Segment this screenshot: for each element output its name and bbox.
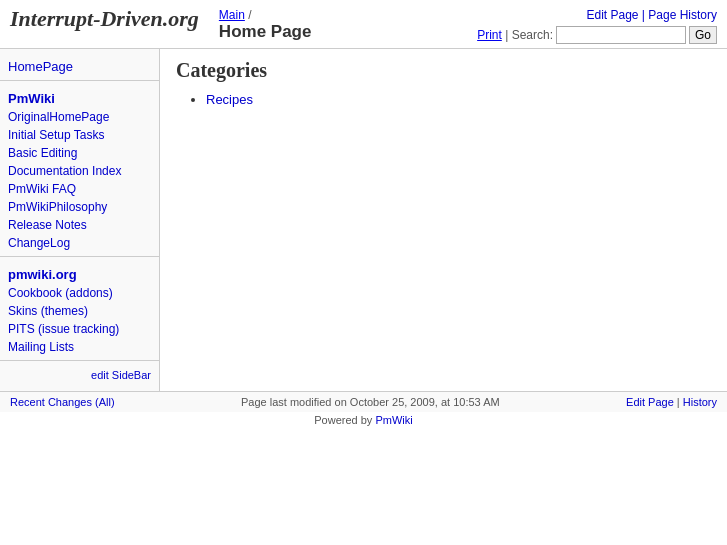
sidebar-edit-link[interactable]: edit SideBar (0, 365, 159, 385)
recent-changes-link[interactable]: Recent Changes (All) (10, 396, 115, 408)
sidebar-link-release-notes[interactable]: Release Notes (0, 216, 159, 234)
sidebar-link-initial-setup[interactable]: Initial Setup Tasks (0, 126, 159, 144)
header-actions: Edit Page | Page History (477, 8, 717, 22)
sidebar-item-pmwiki[interactable]: PmWiki (0, 85, 159, 108)
search-input[interactable] (556, 26, 686, 44)
footer-powered: Powered by PmWiki (0, 412, 727, 428)
sidebar-link-changelog[interactable]: ChangeLog (0, 234, 159, 252)
sidebar-link-pmwikiphilosophy[interactable]: PmWikiPhilosophy (0, 198, 159, 216)
category-link-recipes[interactable]: Recipes (206, 92, 253, 107)
footer-modified: Page last modified on October 25, 2009, … (241, 396, 500, 408)
header-right: Edit Page | Page History Print | Search:… (477, 6, 717, 44)
footer-edit-actions: Edit Page | History (626, 396, 717, 408)
sidebar-link-cookbook[interactable]: Cookbook (addons) (0, 284, 159, 302)
site-title: Interrupt-Driven.org (10, 6, 199, 32)
history-footer-link[interactable]: History (683, 396, 717, 408)
sidebar-item-homepage[interactable]: HomePage (0, 55, 159, 76)
main-layout: HomePage PmWiki OriginalHomePage Initial… (0, 49, 727, 391)
sidebar-item-pmwikiorg[interactable]: pmwiki.org (0, 261, 159, 284)
category-item: Recipes (206, 92, 711, 107)
header-center: Main / Home Page (199, 6, 477, 42)
categories-list: Recipes (176, 92, 711, 107)
sidebar-link-mailing-lists[interactable]: Mailing Lists (0, 338, 159, 356)
breadcrumb-sep: / (248, 8, 251, 22)
page-footer: Recent Changes (All) Page last modified … (0, 391, 727, 412)
page-title: Home Page (219, 22, 477, 42)
search-label-text: Search: (512, 28, 553, 42)
sidebar-link-skins[interactable]: Skins (themes) (0, 302, 159, 320)
sidebar-link-basic-editing[interactable]: Basic Editing (0, 144, 159, 162)
sidebar-divider-3 (0, 360, 159, 361)
content-title: Categories (176, 59, 711, 82)
main-content: Categories Recipes (160, 49, 727, 391)
sidebar-link-pits[interactable]: PITS (issue tracking) (0, 320, 159, 338)
sidebar-link-pmwiki-faq[interactable]: PmWiki FAQ (0, 180, 159, 198)
sidebar-divider-1 (0, 80, 159, 81)
breadcrumb: Main / (219, 8, 477, 22)
sidebar-link-original-homepage[interactable]: OriginalHomePage (0, 108, 159, 126)
search-go-button[interactable]: Go (689, 26, 717, 44)
breadcrumb-main-link[interactable]: Main (219, 8, 245, 22)
page-header: Interrupt-Driven.org Main / Home Page Ed… (0, 0, 727, 49)
print-link[interactable]: Print (477, 28, 502, 42)
footer-recent-changes: Recent Changes (All) (10, 396, 115, 408)
sidebar-link-doc-index[interactable]: Documentation Index (0, 162, 159, 180)
sidebar-divider-2 (0, 256, 159, 257)
edit-page-footer-link[interactable]: Edit Page (626, 396, 674, 408)
page-history-header-link[interactable]: Page History (648, 8, 717, 22)
print-label: Print | Search: (477, 28, 553, 42)
search-row: Print | Search: Go (477, 26, 717, 44)
pmwiki-link[interactable]: PmWiki (375, 414, 412, 426)
sidebar: HomePage PmWiki OriginalHomePage Initial… (0, 49, 160, 391)
powered-by-text: Powered by (314, 414, 372, 426)
edit-page-header-link[interactable]: Edit Page (586, 8, 638, 22)
